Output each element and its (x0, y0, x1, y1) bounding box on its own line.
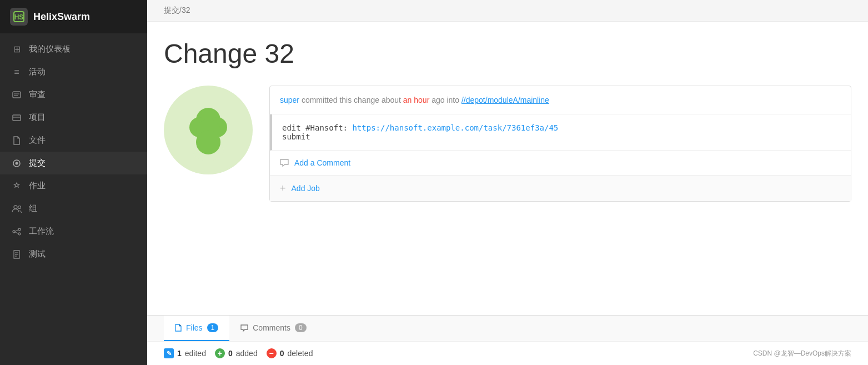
avatar (164, 86, 253, 174)
sidebar-item-label: 审查 (29, 89, 46, 100)
sidebar-item-label: 项目 (29, 112, 46, 123)
tab-files-label: Files (186, 323, 203, 332)
svg-text:HS: HS (14, 13, 24, 21)
tab-comments-label: Comments (253, 323, 290, 332)
content-area: Change 32 super (147, 22, 868, 315)
svg-line-14 (15, 230, 18, 232)
change-description: edit #Hansoft: https://hansoft.example.c… (270, 114, 851, 151)
svg-point-13 (18, 233, 21, 235)
sidebar-item-groups[interactable]: 组 (0, 197, 147, 220)
commit-branch-link[interactable]: //depot/moduleA/mainline (461, 96, 549, 104)
files-icon (11, 136, 22, 146)
breadcrumb-commits[interactable]: 提交 (164, 6, 179, 14)
svg-point-12 (18, 228, 21, 231)
reviews-icon (11, 90, 22, 100)
sidebar-item-label: 我的仪表板 (29, 44, 71, 54)
dashboard-icon: ⊞ (11, 44, 22, 54)
desc-submit: submit (282, 132, 310, 141)
commits-icon (11, 158, 22, 168)
logo-text: HelixSwarm (33, 11, 90, 23)
sidebar-item-label: 工作流 (29, 226, 54, 237)
change-body: super committed this change about an hou… (164, 86, 851, 202)
activity-icon: ≡ (11, 67, 22, 77)
add-comment-button[interactable]: Add a Comment (270, 151, 851, 176)
workflow-icon (11, 227, 22, 237)
commit-author: super (280, 96, 299, 104)
sidebar: HS HelixSwarm ⊞ 我的仪表板 ≡ 活动 审查 (0, 0, 147, 365)
svg-rect-2 (13, 92, 21, 98)
logo-icon: HS (10, 8, 28, 26)
sidebar-item-label: 活动 (29, 67, 46, 77)
jobs-icon (11, 181, 22, 191)
deleted-label: deleted (287, 349, 313, 358)
groups-icon (11, 204, 22, 214)
sidebar-item-label: 测试 (29, 249, 46, 259)
commit-info: super committed this change about an hou… (270, 86, 851, 114)
edited-icon: ✎ (164, 348, 174, 358)
sidebar-item-workflow[interactable]: 工作流 (0, 220, 147, 243)
sidebar-item-commits[interactable]: 提交 (0, 152, 147, 174)
added-icon: + (215, 348, 225, 358)
sidebar-item-reviews[interactable]: 审查 (0, 83, 147, 106)
projects-icon (11, 113, 22, 123)
svg-point-8 (16, 162, 18, 165)
svg-point-11 (13, 231, 15, 233)
sidebar-item-jobs[interactable]: 作业 (0, 174, 147, 197)
svg-rect-5 (13, 115, 21, 121)
main-content: 提交/32 Change 32 sup (147, 0, 868, 365)
add-job-label: Add Job (292, 184, 320, 193)
added-count: 0 (228, 349, 233, 358)
sidebar-item-label: 提交 (29, 158, 46, 168)
deleted-count: 0 (280, 349, 284, 358)
sidebar-item-label: 文件 (29, 135, 46, 146)
tests-icon (11, 249, 22, 259)
svg-line-15 (15, 232, 18, 234)
tab-files-badge: 1 (207, 323, 219, 332)
svg-point-10 (18, 206, 21, 209)
sidebar-item-projects[interactable]: 项目 (0, 106, 147, 129)
sidebar-nav: ⊞ 我的仪表板 ≡ 活动 审查 项目 (0, 33, 147, 365)
edited-summary: ✎ 1 edited (164, 348, 206, 358)
watermark: CSDN @龙智—DevOps解决方案 (753, 349, 851, 358)
comment-icon (280, 159, 289, 167)
add-comment-label: Add a Comment (294, 158, 350, 167)
tab-comments[interactable]: Comments 0 (229, 316, 317, 342)
tabs-bar: Files 1 Comments 0 (147, 315, 868, 341)
sidebar-item-label: 作业 (29, 181, 46, 191)
sidebar-item-tests[interactable]: 测试 (0, 243, 147, 266)
edited-count: 1 (177, 349, 182, 358)
svg-point-9 (14, 206, 17, 209)
added-summary: + 0 added (215, 348, 258, 358)
files-tab-icon (175, 324, 182, 332)
added-label: added (236, 349, 258, 358)
info-panel: super committed this change about an hou… (269, 86, 851, 202)
tab-comments-badge: 0 (295, 323, 307, 332)
sidebar-item-dashboard[interactable]: ⊞ 我的仪表板 (0, 38, 147, 61)
edited-label: edited (185, 349, 206, 358)
sidebar-item-files[interactable]: 文件 (0, 129, 147, 152)
breadcrumb: 提交/32 (147, 0, 868, 22)
svg-point-24 (196, 130, 220, 154)
app-logo: HS HelixSwarm (0, 0, 147, 33)
commit-action: committed this change (302, 96, 379, 104)
comments-tab-icon (240, 324, 248, 332)
plus-icon: + (280, 183, 286, 193)
add-job-button[interactable]: + Add Job (270, 176, 851, 201)
commit-time: an hour (403, 96, 429, 104)
change-title: Change 32 (164, 38, 851, 69)
tab-files[interactable]: Files 1 (164, 316, 229, 342)
sidebar-item-activity[interactable]: ≡ 活动 (0, 61, 147, 83)
sidebar-item-label: 组 (29, 203, 37, 214)
deleted-summary: − 0 deleted (267, 348, 313, 358)
deleted-icon: − (267, 348, 277, 358)
desc-link[interactable]: https://hansoft.example.com/task/7361ef3… (352, 123, 558, 132)
files-summary: ✎ 1 edited + 0 added − 0 deleted CSDN @龙… (147, 341, 868, 365)
desc-prefix: edit #Hansoft: (282, 123, 352, 132)
